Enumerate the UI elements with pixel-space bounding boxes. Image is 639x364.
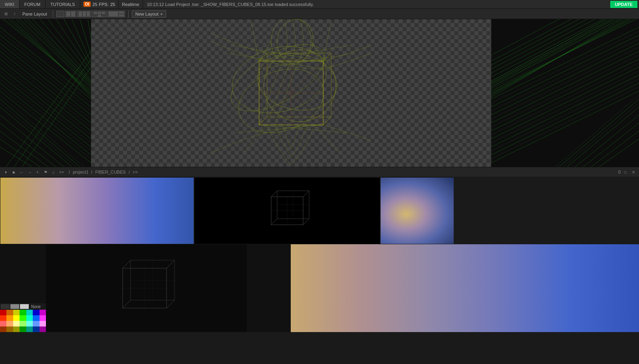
top-nav-bar: WIKI FORUM TUTORIALS OI 25 FPS: 25 Realt…: [0, 0, 639, 9]
right-gap: [454, 177, 639, 244]
swatch-yellow[interactable]: [13, 310, 20, 315]
layout-btn-3[interactable]: [77, 11, 91, 17]
swatch-lightgreen[interactable]: [20, 321, 26, 326]
swatch-lightcyan[interactable]: [26, 321, 33, 326]
tutorials-nav[interactable]: TUTORIALS: [46, 0, 80, 8]
pane-layout-label: Pane Layout: [20, 12, 50, 16]
breadcrumb-end[interactable]: >>: [133, 170, 138, 174]
viewport-top: [0, 19, 639, 167]
divider-1: [53, 10, 53, 18]
layout-btn-2[interactable]: [65, 11, 76, 17]
swatch-orange2[interactable]: [6, 315, 13, 321]
forward-btn[interactable]: →: [26, 169, 33, 175]
svg-line-136: [123, 260, 131, 268]
fps-section: OI 25 FPS: 25: [80, 0, 119, 8]
layout-icon-split[interactable]: ↕: [11, 10, 18, 18]
swatch-magenta[interactable]: [40, 310, 46, 315]
wireframe-center-thumb[interactable]: [194, 177, 380, 244]
forum-nav[interactable]: FORUM: [20, 0, 46, 8]
swatch-darkorange[interactable]: [6, 326, 13, 332]
oi-badge: OI: [83, 2, 91, 7]
color-row-1: [0, 310, 46, 315]
swatch-darkmagenta[interactable]: [40, 326, 46, 332]
stop-btn[interactable]: ■: [10, 169, 17, 175]
thumb-row-2: None: [0, 244, 639, 332]
swatch-lightorange[interactable]: [6, 321, 13, 326]
gray-swatch-2[interactable]: [10, 304, 19, 309]
fps-value: 25: [110, 2, 115, 7]
swatch-green2[interactable]: [20, 315, 26, 321]
svg-line-129: [271, 219, 277, 225]
viewport-right-strip: [491, 19, 639, 167]
breadcrumb-sep2: /: [129, 170, 130, 174]
swatch-teal[interactable]: [26, 315, 33, 321]
update-button[interactable]: UPDATE: [610, 1, 637, 8]
wireframe-large-svg: [103, 252, 191, 324]
middle-gap: [247, 244, 291, 332]
checker-background: [91, 19, 491, 167]
svg-rect-0: [0, 19, 91, 167]
back-btn[interactable]: ←: [18, 169, 25, 175]
thumb-row-1: [0, 177, 639, 244]
swatch-lightyellow[interactable]: [13, 321, 20, 326]
color-palette: None: [0, 303, 46, 332]
swatch-orange[interactable]: [6, 310, 13, 315]
viewport-center[interactable]: [91, 19, 491, 167]
gray-row: None: [0, 303, 46, 310]
none-label: None: [30, 305, 41, 309]
layout-icon-home[interactable]: ⊞: [2, 10, 10, 18]
swatch-green[interactable]: [20, 310, 26, 315]
swatch-blue[interactable]: [33, 310, 39, 315]
layout-btn-4[interactable]: [92, 11, 107, 17]
swatch-darkblue[interactable]: [33, 326, 39, 332]
oi-value: 25: [92, 2, 97, 7]
wireframe-large-thumb[interactable]: [46, 244, 247, 332]
swatch-magenta2[interactable]: [40, 315, 46, 321]
color-row-2: [0, 315, 46, 321]
new-layout-label: New Layout: [135, 12, 159, 16]
layout-btn-5[interactable]: [107, 11, 125, 17]
fwd-all-btn[interactable]: >>: [58, 169, 65, 175]
svg-line-126: [271, 191, 277, 197]
swatch-darkgreen[interactable]: [20, 326, 26, 332]
close-btn[interactable]: ✕: [630, 169, 637, 175]
counter-left: 0: [618, 170, 621, 174]
viewport-controls-lower: ▾ ■ ← → + ⚑ ⌂ >> / project1 / FIBER_CUBE…: [0, 167, 639, 177]
swatch-yellow2[interactable]: [13, 315, 20, 321]
swatch-darkyellow[interactable]: [13, 326, 20, 332]
realtime-section: Realtime: [119, 0, 143, 8]
gray-swatch-1[interactable]: [1, 304, 10, 309]
gray-swatch-3[interactable]: [20, 304, 29, 309]
gradient-warm-thumb[interactable]: [0, 177, 194, 244]
swatch-red[interactable]: [0, 310, 6, 315]
layout-buttons: [56, 11, 125, 17]
new-layout-button[interactable]: New Layout +: [132, 10, 167, 18]
add-btn[interactable]: +: [34, 169, 41, 175]
svg-line-139: [123, 300, 131, 308]
status-message: 10:13:12 Load Project .toe: _SHOW_FIBERS…: [143, 2, 610, 7]
divider-2: [128, 10, 129, 18]
swatch-blue2[interactable]: [33, 315, 39, 321]
breadcrumb-sep1: /: [91, 170, 92, 174]
swatch-darkteal[interactable]: [26, 326, 33, 332]
viewport-left-strip: [0, 19, 91, 167]
viewport-counter: 0 □ ✕: [618, 169, 637, 175]
breadcrumb: / project1 / FIBER_CUBES / >>: [66, 170, 617, 174]
maximize-btn[interactable]: □: [622, 169, 629, 175]
swatch-red2[interactable]: [0, 315, 6, 321]
layout-btn-1[interactable]: [56, 11, 64, 17]
flag-btn[interactable]: ⚑: [42, 169, 49, 175]
gradient-radial-thumb[interactable]: [380, 177, 454, 244]
swatch-lightblue[interactable]: [33, 321, 39, 326]
wiki-nav[interactable]: WIKI: [0, 0, 20, 8]
swatch-lightred[interactable]: [0, 321, 6, 326]
gradient-wide-thumb[interactable]: [291, 244, 639, 332]
breadcrumb-fiber[interactable]: FIBER_CUBES: [95, 170, 125, 174]
collapse-btn[interactable]: ▾: [2, 169, 9, 175]
home-btn[interactable]: ⌂: [50, 169, 57, 175]
swatch-lightmagenta[interactable]: [40, 321, 46, 326]
breadcrumb-sep0: /: [69, 170, 70, 174]
swatch-cyan[interactable]: [26, 310, 33, 315]
breadcrumb-project[interactable]: project1: [73, 170, 88, 174]
swatch-darkred[interactable]: [0, 326, 6, 332]
